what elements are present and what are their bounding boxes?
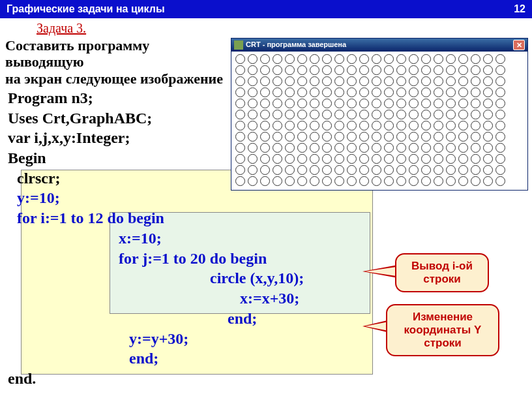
code-line: end.	[8, 369, 532, 389]
circle-icon	[248, 176, 258, 186]
circle-icon	[334, 54, 344, 64]
circle-icon	[421, 165, 431, 175]
circle-icon	[310, 76, 319, 86]
circle-icon	[409, 87, 419, 97]
circle-icon	[434, 87, 443, 97]
circle-icon	[322, 154, 332, 164]
circle-icon	[297, 121, 307, 131]
circle-icon	[495, 110, 505, 119]
circle-icon	[260, 110, 270, 119]
circle-icon	[310, 132, 319, 142]
circle-icon	[322, 87, 332, 97]
circle-icon	[421, 121, 431, 131]
circle-icon	[458, 110, 468, 119]
circle-icon	[273, 65, 282, 75]
circle-icon	[273, 154, 282, 164]
circle-icon	[310, 165, 319, 175]
output-canvas	[231, 52, 527, 190]
circle-icon	[471, 176, 480, 186]
circle-icon	[359, 110, 369, 119]
circle-icon	[359, 165, 369, 175]
circle-icon	[396, 121, 406, 131]
circle-icon	[310, 121, 319, 131]
output-row	[235, 110, 524, 119]
circle-icon	[483, 132, 493, 142]
circle-icon	[297, 154, 307, 164]
circle-icon	[359, 154, 369, 164]
circle-icon	[334, 65, 344, 75]
circle-icon	[458, 132, 468, 142]
circle-icon	[471, 65, 480, 75]
circle-icon	[483, 154, 493, 164]
output-row	[235, 87, 524, 97]
circle-icon	[285, 65, 295, 75]
circle-icon	[347, 99, 357, 108]
circle-icon	[421, 143, 431, 153]
circle-icon	[458, 154, 468, 164]
circle-icon	[483, 165, 493, 175]
code-line: y:=10;	[8, 188, 532, 208]
circle-icon	[409, 132, 419, 142]
circle-icon	[396, 54, 406, 64]
circle-icon	[285, 165, 295, 175]
circle-icon	[273, 176, 282, 186]
circle-icon	[310, 99, 319, 108]
circle-icon	[396, 110, 406, 119]
circle-icon	[396, 76, 406, 86]
output-row	[235, 99, 524, 108]
circle-icon	[310, 176, 319, 186]
circle-icon	[334, 165, 344, 175]
circle-icon	[434, 132, 443, 142]
circle-icon	[384, 154, 394, 164]
circle-icon	[235, 176, 245, 186]
circle-icon	[434, 65, 443, 75]
circle-icon	[495, 87, 505, 97]
circle-icon	[285, 121, 295, 131]
circle-icon	[235, 154, 245, 164]
circle-icon	[334, 110, 344, 119]
output-row	[235, 65, 524, 75]
circle-icon	[471, 154, 480, 164]
circle-icon	[248, 54, 258, 64]
circle-icon	[434, 176, 443, 186]
circle-icon	[483, 176, 493, 186]
circle-icon	[248, 65, 258, 75]
circle-icon	[384, 143, 394, 153]
circle-icon	[273, 165, 282, 175]
circle-icon	[347, 132, 357, 142]
circle-icon	[396, 143, 406, 153]
circle-icon	[384, 99, 394, 108]
circle-icon	[495, 76, 505, 86]
circle-icon	[310, 143, 319, 153]
circle-icon	[347, 65, 357, 75]
circle-icon	[334, 87, 344, 97]
circle-icon	[434, 99, 443, 108]
slide-page-number: 12	[514, 3, 525, 15]
circle-icon	[372, 121, 381, 131]
output-row	[235, 76, 524, 86]
circle-icon	[248, 132, 258, 142]
circle-icon	[396, 132, 406, 142]
circle-icon	[359, 54, 369, 64]
circle-icon	[322, 143, 332, 153]
circle-icon	[347, 87, 357, 97]
circle-icon	[409, 121, 419, 131]
task-number: Задача 3.	[37, 21, 532, 36]
app-icon	[234, 40, 243, 50]
circle-icon	[471, 76, 480, 86]
circle-icon	[310, 65, 319, 75]
circle-icon	[446, 165, 456, 175]
circle-icon	[495, 132, 505, 142]
circle-icon	[235, 76, 245, 86]
circle-icon	[471, 121, 480, 131]
close-icon[interactable]: ✕	[513, 40, 525, 50]
circle-icon	[384, 132, 394, 142]
circle-icon	[260, 54, 270, 64]
circle-icon	[458, 54, 468, 64]
circle-icon	[409, 165, 419, 175]
circle-icon	[458, 65, 468, 75]
circle-icon	[285, 54, 295, 64]
output-row	[235, 176, 524, 186]
circle-icon	[495, 165, 505, 175]
circle-icon	[483, 143, 493, 153]
